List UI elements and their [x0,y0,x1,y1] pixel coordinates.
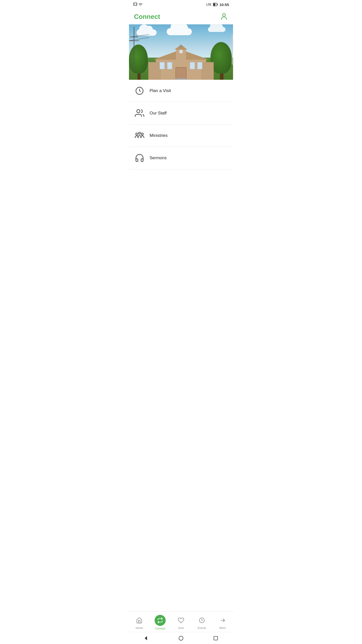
power-pole [129,27,149,72]
events-nav-label: Events [198,626,206,629]
svg-rect-16 [201,62,214,80]
events-icon [199,617,205,624]
svg-point-4 [223,14,225,16]
home-circle-icon [178,635,184,641]
profile-icon [220,13,228,21]
back-triangle-icon [144,635,149,641]
svg-point-35 [179,636,183,640]
svg-rect-36 [214,636,218,640]
connect-icon-wrap [155,615,166,626]
tree-left-trunk [138,73,141,80]
home-icon-wrap [134,615,144,625]
connect-icon [157,617,163,623]
our-staff-label: Our Staff [150,111,167,116]
status-bar: LTE 10:55 [129,0,233,9]
give-icon [178,617,184,624]
svg-point-31 [141,133,143,135]
give-icon-wrap [176,615,186,625]
nav-item-more[interactable]: More [214,614,232,630]
svg-rect-13 [176,68,181,79]
bottom-nav: Home Connect Give Event [129,612,233,632]
wifi-icon [139,3,143,7]
svg-rect-21 [175,78,187,80]
android-recents-button[interactable] [211,634,220,643]
people-icon-wrap [134,108,145,119]
svg-rect-2 [217,4,218,5]
svg-rect-3 [213,4,215,6]
menu-item-ministries[interactable]: Ministries [129,125,233,147]
group-icon-wrap [134,130,145,141]
clock-icon [135,86,144,96]
nav-item-connect[interactable]: Connect [151,614,169,631]
status-right: LTE 10:55 [206,3,229,7]
android-nav-bar [129,632,233,644]
plan-a-visit-label: Plan a Visit [150,88,171,93]
hero-image [129,24,233,80]
nav-item-events[interactable]: Events [193,614,211,630]
sermons-label: Sermons [150,155,167,160]
page-title: Connect [134,13,160,21]
home-nav-label: Home [136,626,143,629]
android-back-button[interactable] [142,634,151,643]
menu-item-sermons[interactable]: Sermons [129,147,233,169]
give-nav-label: Give [178,626,184,629]
home-icon [136,617,143,624]
cloud-3 [208,27,225,32]
cloud-2 [167,28,192,35]
nav-item-give[interactable]: Give [172,614,190,630]
events-icon-wrap [197,615,207,625]
ministries-label: Ministries [150,133,168,138]
menu-item-our-staff[interactable]: Our Staff [129,102,233,125]
svg-marker-34 [145,636,147,640]
svg-rect-17 [160,62,165,69]
status-left [133,2,143,7]
svg-rect-20 [197,62,202,69]
church-building [148,45,214,80]
more-icon [219,617,226,624]
svg-point-11 [179,50,183,54]
svg-point-30 [139,132,141,134]
android-home-button[interactable] [176,634,186,643]
connect-nav-label: Connect [155,627,165,630]
notification-icon [133,2,138,7]
more-nav-label: More [219,626,226,629]
time-display: 10:55 [219,3,229,7]
scroll-thumb [232,34,233,65]
clock-icon-wrap [134,85,145,96]
svg-line-25 [130,34,149,37]
nav-item-home[interactable]: Home [130,614,148,630]
group-icon [135,131,144,140]
svg-rect-14 [181,68,186,79]
battery-icon [213,3,218,6]
svg-point-28 [137,110,140,113]
recents-square-icon [213,635,218,641]
svg-rect-0 [133,3,137,6]
headphones-icon-wrap [134,152,145,164]
tree-right-trunk [220,73,223,80]
svg-rect-18 [167,62,172,69]
profile-button[interactable] [219,12,229,22]
headphones-icon [135,153,144,163]
menu-item-plan-a-visit[interactable]: Plan a Visit [129,80,233,102]
menu-list: Plan a Visit Our Staff Mi [129,80,233,169]
svg-point-29 [136,133,138,135]
svg-rect-19 [190,62,195,69]
app-header: Connect [129,9,233,24]
tree-right [210,42,233,80]
svg-line-26 [129,37,149,41]
svg-rect-15 [148,62,161,80]
scroll-indicator [232,24,233,80]
network-type: LTE [206,3,211,6]
more-icon-wrap [218,615,228,625]
people-icon [135,108,144,118]
